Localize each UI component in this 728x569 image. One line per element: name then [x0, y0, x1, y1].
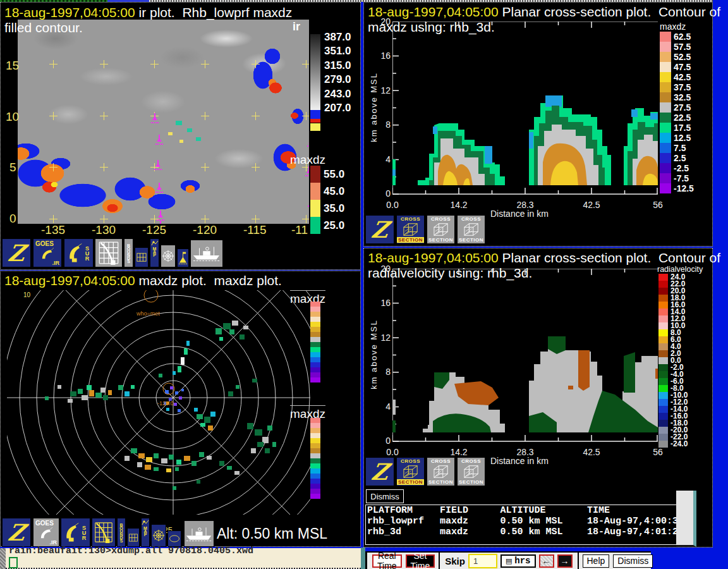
colorbar-label: -24.0: [670, 441, 688, 448]
colorbar-swatch: [660, 52, 671, 62]
menu-icon: ▤: [506, 557, 512, 565]
colorbar-swatch: [310, 312, 320, 317]
colorbar-swatch: [658, 420, 668, 427]
terminal-window[interactable]: rain:beaufait:130>xdump.all 970818.0405.…: [0, 548, 361, 569]
colorbar-swatch: [660, 133, 671, 143]
ir-plot-title-line1: 18-aug-1997,04:05:00 ir plot. Rhb_lowprf…: [4, 5, 292, 20]
cross-section-button-1[interactable]: CROSS SECTION: [396, 457, 425, 486]
satellite-image[interactable]: [18, 20, 309, 224]
colorbar-swatch: [310, 166, 320, 183]
goes-ir-button[interactable]: GOES .IR: [33, 238, 62, 267]
map-button[interactable]: MAP: [141, 518, 150, 547]
platform-marker-icon: [155, 135, 163, 145]
grid-cross-icon: [201, 163, 209, 171]
ppi-colorbar1: [310, 302, 320, 382]
radialvelocity-cross-section-plot[interactable]: [392, 269, 658, 443]
colorbar-swatch: [310, 332, 320, 337]
terminal-resize-strip[interactable]: [0, 548, 6, 569]
echo-speck: [196, 137, 201, 141]
colorbar-swatch: [658, 364, 668, 371]
ir-colorbar-label: 387.0: [324, 30, 351, 44]
colorbar-swatch: [658, 399, 668, 406]
colorbar-swatch: [658, 350, 668, 357]
hrs-units-button[interactable]: ▤hrs: [500, 554, 536, 568]
ir-colorbar-label: 243.0: [324, 87, 351, 101]
zebra-logo-button[interactable]: Z: [365, 215, 394, 244]
colorbar-label: 5.0: [324, 474, 347, 486]
radar-grid-button[interactable]: [95, 238, 123, 267]
y-tick: 0: [378, 188, 391, 199]
cross-label: CROSS: [461, 458, 481, 464]
cross-section-button-3[interactable]: CROSS SECTION: [457, 457, 485, 486]
ship-button[interactable]: [184, 520, 214, 547]
colorbar-swatch: [310, 337, 320, 342]
scrollbar-panel[interactable]: [676, 491, 696, 547]
field-cell: maxdz: [439, 527, 499, 537]
radar-grid-button[interactable]: [92, 518, 116, 547]
cross-section-button-2[interactable]: CROSS SECTION: [427, 457, 455, 486]
y-tick: 8: [378, 119, 391, 130]
set-time-button[interactable]: Set Time: [406, 554, 435, 568]
colorbar-swatch: [660, 102, 671, 113]
grid-icon: [128, 533, 138, 542]
colorbar-label: -10.0: [324, 487, 347, 499]
zebra-logo-button[interactable]: Z: [365, 457, 394, 486]
section-label: SECTION: [459, 479, 483, 485]
range-rings-button[interactable]: [161, 245, 176, 267]
cube-icon: [402, 464, 420, 479]
radar-ppi-display[interactable]: who=met -125.0: [7, 290, 310, 515]
zebra-z-icon: Z: [6, 242, 26, 264]
map-button[interactable]: MAP: [150, 238, 159, 267]
maxdz-cross-section-plot[interactable]: [392, 21, 658, 196]
title-text: Planar cross-section plot. Contour of: [499, 250, 720, 265]
cube-icon: [432, 222, 450, 237]
range-rings-button[interactable]: [151, 524, 166, 547]
ship-button[interactable]: [190, 240, 223, 267]
help-button[interactable]: Help: [583, 554, 610, 568]
ellipse-button[interactable]: [167, 530, 181, 547]
cross-section-button-1[interactable]: CROSS SECTION: [396, 215, 425, 244]
grid-cross-icon: [302, 215, 309, 223]
ppi-title: 18-aug-1997,04:05:00 maxdz plot. maxdz p…: [4, 273, 282, 288]
step-forward-button[interactable]: →: [557, 554, 573, 568]
skip-value-input[interactable]: [468, 554, 497, 568]
goes-ir-button[interactable]: GOES .IR: [33, 518, 59, 547]
dismiss-bar-button[interactable]: Dismiss: [613, 554, 653, 568]
surveillance-radar-button[interactable]: SUR: [61, 518, 90, 547]
satellite-dish-icon: [39, 527, 53, 539]
map-splotch-icon: [151, 240, 159, 247]
small-grid-button[interactable]: [127, 528, 140, 547]
window-ir-plot: 18-aug-1997,04:05:00 ir plot. Rhb_lowprf…: [0, 2, 361, 270]
bounds-button[interactable]: BOUNDS: [117, 518, 126, 547]
grid-cross-icon: [201, 112, 209, 120]
buoy-button[interactable]: [177, 248, 189, 267]
colorbar-swatch: [660, 32, 671, 42]
colorbar-swatch: [658, 385, 668, 392]
ship-icon: [192, 245, 221, 262]
small-grid-button[interactable]: [135, 247, 149, 267]
cross-section-button-2[interactable]: CROSS SECTION: [427, 215, 455, 244]
grid-cross-icon: [302, 60, 309, 68]
x-axis-label: Distance in km: [490, 209, 549, 219]
colorbar-label: 55.0: [324, 168, 344, 181]
colorbar-label: 32.5: [674, 92, 691, 102]
bounds-button[interactable]: BOUNDS: [124, 238, 133, 267]
lat-tick: 0: [9, 212, 16, 226]
range-rings-icon: [161, 249, 175, 263]
bounds-label: BOUNDS: [126, 243, 131, 262]
colorbar-label: 12.5: [674, 133, 691, 143]
colorbar-swatch: [310, 302, 320, 307]
dismiss-button[interactable]: Dismiss: [366, 489, 404, 503]
zebra-logo-button[interactable]: Z: [2, 238, 31, 267]
colorbar-swatch: [658, 322, 668, 329]
surveillance-radar-button[interactable]: SUR: [64, 238, 94, 267]
step-back-button[interactable]: ←: [539, 554, 554, 568]
section-label: SECTION: [397, 237, 424, 243]
cross-section-button-3[interactable]: CROSS SECTION: [457, 215, 485, 244]
platform-marker-icon: [151, 113, 159, 123]
colorbar-swatch: [310, 438, 320, 443]
ir-colorbar-blue: [310, 110, 320, 119]
real-time-button[interactable]: Real Time: [372, 554, 402, 568]
zebra-logo-button[interactable]: Z: [2, 518, 31, 547]
colorbar-swatch: [310, 372, 320, 377]
